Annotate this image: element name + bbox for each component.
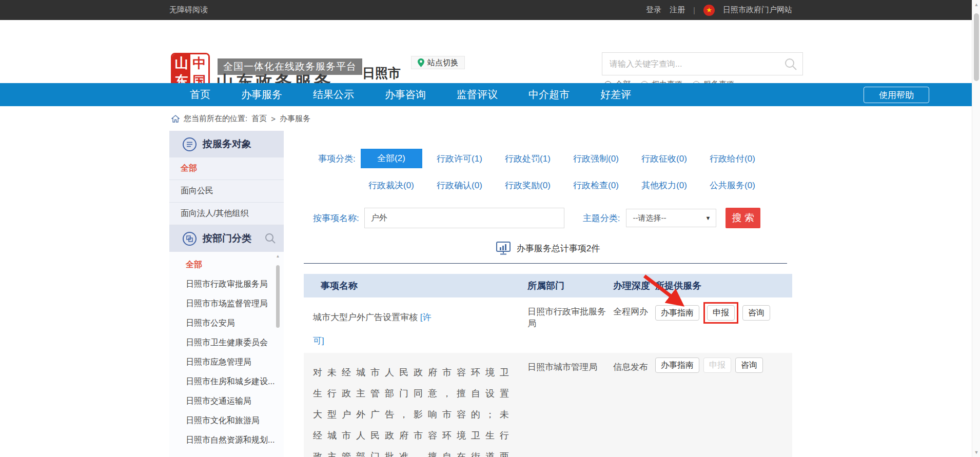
login-link[interactable]: 登录 <box>646 5 661 15</box>
breadcrumb-prefix: 您当前所在的位置: <box>184 114 247 124</box>
nav-agency-market[interactable]: 中介超市 <box>528 88 570 102</box>
item-department: 日照市行政审批服务局 <box>527 297 613 329</box>
item-search-row: 按事项名称: 主题分类: --请选择-- ▼ 搜 索 <box>304 208 792 228</box>
service-object-legal-persons[interactable]: 面向法人/其他组织 <box>169 203 284 225</box>
item-name-link[interactable]: 城市大型户外广告设置审核 [许 可] <box>313 306 442 353</box>
page-scrollbar-thumb[interactable] <box>974 13 979 81</box>
search-button[interactable]: 搜 索 <box>726 208 760 228</box>
header: 山东 中国 全国一体化在线政务服务平台 山东政务服务 日照市 站点切换 全部 权… <box>0 20 972 83</box>
nav-items: 首页 办事服务 结果公示 办事咨询 监督评议 中介超市 好差评 <box>190 83 972 106</box>
item-name-link[interactable]: 对未经城市人民政府市容环境卫 生行政主管部门同意，擅自设置 大型户外广告，影响市… <box>313 361 518 457</box>
chevron-down-icon: ▼ <box>705 215 711 221</box>
nav-services[interactable]: 办事服务 <box>241 88 282 102</box>
scroll-up-icon[interactable]: ▲ <box>972 2 980 7</box>
accessibility-link[interactable]: 无障碍阅读 <box>169 5 208 15</box>
topbar-right: 登录 注册 | ★ 日照市政府门户网站 <box>646 5 792 16</box>
dept-natural-resources[interactable]: 日照市自然资源和规划... <box>169 430 284 450</box>
dept-market-supervision[interactable]: 日照市市场监督管理局 <box>169 294 284 313</box>
main-navbar: 首页 办事服务 结果公示 办事咨询 监督评议 中介超市 好差评 使用帮助 <box>0 83 972 106</box>
breadcrumb-sep: > <box>271 114 276 123</box>
scroll-down-icon[interactable]: ▼ <box>972 450 980 455</box>
filter-all[interactable]: 全部(2) <box>361 149 422 168</box>
filter-admin-reward[interactable]: 行政奖励(0) <box>494 180 562 191</box>
register-link[interactable]: 注册 <box>670 5 685 15</box>
col-depth: 办理深度 <box>613 280 655 292</box>
nav-rating[interactable]: 好差评 <box>600 88 631 102</box>
consult-button[interactable]: 咨询 <box>735 357 763 373</box>
items-table: 事项名称 所属部门 办理深度 所提供服务 城市大型户外广告设置审核 [许 可] … <box>304 274 792 457</box>
national-emblem-icon: ★ <box>703 5 715 16</box>
dept-emergency[interactable]: 日照市应急管理局 <box>169 352 284 372</box>
breadcrumb-current[interactable]: 办事服务 <box>280 114 310 124</box>
filter-admin-penalty[interactable]: 行政处罚(1) <box>494 153 562 165</box>
guide-button[interactable]: 办事指南 <box>655 357 699 373</box>
divider <box>304 263 787 264</box>
topbar: 无障碍阅读 登录 注册 | ★ 日照市政府门户网站 <box>0 0 972 20</box>
list-circle-icon <box>183 137 197 151</box>
breadcrumb-home[interactable]: 首页 <box>251 114 267 124</box>
search-icon[interactable] <box>784 57 797 71</box>
department-search-icon[interactable] <box>265 233 276 244</box>
item-name-input[interactable] <box>364 208 564 228</box>
apply-button-disabled: 申报 <box>703 357 731 373</box>
dept-health[interactable]: 日照市卫生健康委员会 <box>169 333 284 352</box>
dept-housing[interactable]: 日照市住房和城乡建设... <box>169 372 284 391</box>
filter-other-powers[interactable]: 其他权力(0) <box>630 180 698 191</box>
dept-culture-tourism[interactable]: 日照市文化和旅游局 <box>169 411 284 430</box>
site-switch-button[interactable]: 站点切换 <box>411 56 465 69</box>
filter-row-2: 行政裁决(0) 行政确认(0) 行政奖励(0) 行政检查(0) 其他权力(0) … <box>304 175 792 195</box>
item-department: 日照市城市管理局 <box>527 353 613 373</box>
filter-admin-confirmation[interactable]: 行政确认(0) <box>425 180 494 191</box>
filter-admin-payment[interactable]: 行政给付(0) <box>698 153 767 165</box>
item-name-label: 按事项名称: <box>313 212 359 224</box>
summary-text: 办事服务总计事项2件 <box>517 243 600 254</box>
table-header: 事项名称 所属部门 办理深度 所提供服务 <box>304 274 792 297</box>
nav-home[interactable]: 首页 <box>190 88 210 102</box>
category-circle-icon <box>183 232 197 246</box>
department-list: 全部 日照市行政审批服务局 日照市市场监督管理局 日照市公安局 日照市卫生健康委… <box>169 252 284 457</box>
filter-admin-inspection[interactable]: 行政检查(0) <box>562 180 630 191</box>
apply-button[interactable]: 申报 <box>707 305 735 321</box>
nav-supervision[interactable]: 监督评议 <box>457 88 498 102</box>
summary-row: 办事服务总计事项2件 <box>304 242 792 255</box>
topbar-separator: | <box>693 6 695 14</box>
filter-row-1: 事项分类: 全部(2) 行政许可(1) 行政处罚(1) 行政强制(0) 行政征收… <box>304 148 792 169</box>
dept-transport[interactable]: 日照市交通运输局 <box>169 391 284 411</box>
location-pin-icon <box>418 58 424 67</box>
help-button[interactable]: 使用帮助 <box>864 87 929 103</box>
portal-link[interactable]: 日照市政府门户网站 <box>723 5 792 15</box>
topic-label: 主题分类: <box>583 212 620 224</box>
dept-admin-approval[interactable]: 日照市行政审批服务局 <box>169 274 284 294</box>
col-department: 所属部门 <box>527 280 613 292</box>
col-services: 所提供服务 <box>655 280 792 292</box>
nav-results[interactable]: 结果公示 <box>313 88 354 102</box>
service-object-citizens[interactable]: 面向公民 <box>169 180 284 203</box>
guide-button[interactable]: 办事指南 <box>655 305 699 321</box>
topic-select[interactable]: --请选择-- ▼ <box>626 209 716 227</box>
filter-admin-coercion[interactable]: 行政强制(0) <box>562 153 630 165</box>
filter-admin-license[interactable]: 行政许可(1) <box>425 153 494 165</box>
dept-public-security[interactable]: 日照市公安局 <box>169 313 284 333</box>
item-depth: 信息发布 <box>613 353 655 373</box>
sidebar-scroll-up-icon[interactable]: ▲ <box>276 254 280 259</box>
home-icon <box>171 115 180 123</box>
service-object-header: 按服务对象 <box>169 131 284 157</box>
filter-admin-ruling[interactable]: 行政裁决(0) <box>357 180 425 191</box>
consult-button[interactable]: 咨询 <box>742 305 770 321</box>
department-header: 按部门分类 <box>169 225 284 252</box>
nav-consult[interactable]: 办事咨询 <box>385 88 426 102</box>
sidebar-scrollbar: ▲ <box>276 254 280 457</box>
filter-public-services[interactable]: 公共服务(0) <box>698 180 767 191</box>
filter-admin-collection[interactable]: 行政征收(0) <box>630 153 698 165</box>
service-object-all[interactable]: 全部 <box>169 157 284 180</box>
service-object-list: 全部 面向公民 面向法人/其他组织 <box>169 157 284 225</box>
dept-all[interactable]: 全部 <box>169 255 284 274</box>
item-depth: 全程网办 <box>613 297 655 317</box>
table-row: 城市大型户外广告设置审核 [许 可] 日照市行政审批服务局 全程网办 办事指南 … <box>304 297 792 353</box>
page-scrollbar: ▲ ▼ <box>972 0 980 457</box>
sidebar-scrollbar-thumb[interactable] <box>276 265 280 328</box>
filter-label: 事项分类: <box>304 153 357 165</box>
keyword-search-input[interactable] <box>610 59 784 69</box>
breadcrumb: 您当前所在的位置: 首页 > 办事服务 <box>0 106 972 131</box>
keyword-search-box <box>602 52 803 75</box>
